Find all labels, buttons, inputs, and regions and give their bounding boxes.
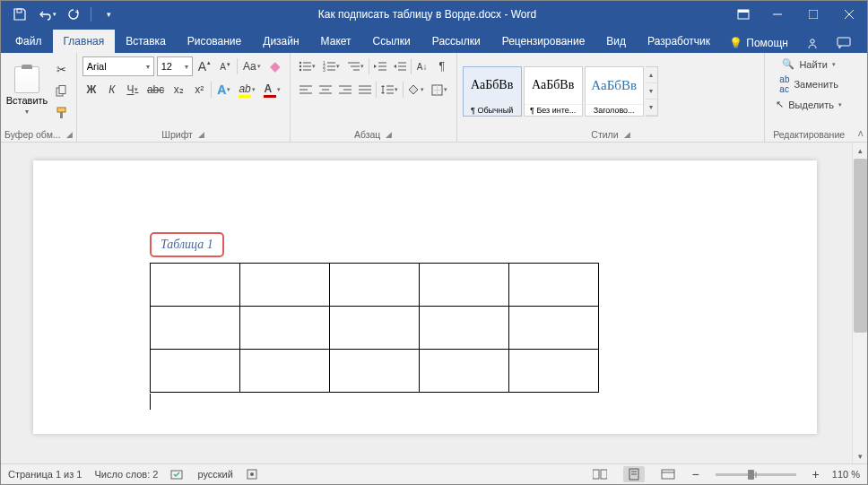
show-marks-button[interactable]: ¶ (433, 56, 451, 76)
print-layout-button[interactable] (623, 466, 645, 482)
comments-button[interactable] (831, 33, 856, 53)
line-spacing-button[interactable]: ▾ (378, 80, 401, 100)
spellcheck-button[interactable] (170, 468, 185, 481)
web-layout-button[interactable] (657, 466, 679, 482)
svg-point-55 (250, 472, 254, 476)
clipboard-dialog-launcher[interactable]: ◢ (66, 130, 73, 139)
collapse-ribbon-button[interactable]: ᐱ (858, 130, 863, 138)
clipboard-group-label: Буфер обм... (4, 129, 61, 140)
text-effects-button[interactable]: A▾ (214, 80, 233, 100)
bullets-button[interactable]: ▾ (296, 56, 318, 76)
document-table[interactable] (150, 263, 599, 393)
strikethrough-button[interactable]: abc (144, 80, 167, 100)
cut-button[interactable]: ✂ (51, 60, 71, 80)
tab-design[interactable]: Дизайн (252, 30, 309, 53)
styles-scroll-up[interactable]: ▴ (646, 67, 657, 83)
clear-formatting-button[interactable]: ◆ (266, 56, 284, 76)
svg-point-17 (299, 69, 300, 71)
styles-dialog-launcher[interactable]: ◢ (624, 130, 630, 139)
tab-insert[interactable]: Вставка (115, 30, 177, 53)
tell-me-button[interactable]: 💡Помощн (724, 33, 794, 53)
maximize-button[interactable] (795, 1, 831, 28)
read-mode-button[interactable] (589, 466, 611, 482)
scroll-up-button[interactable]: ▴ (853, 143, 867, 158)
share-button[interactable] (801, 33, 824, 53)
format-painter-button[interactable] (51, 103, 71, 123)
qat-customize-icon[interactable]: ▾ (97, 3, 120, 26)
table-row[interactable] (151, 307, 599, 350)
tab-mailings[interactable]: Рассылки (421, 30, 491, 53)
table-caption[interactable]: Таблица 1 (150, 232, 224, 257)
ribbon: Вставить ▾ ✂ Буфер обм...◢ Arial▾ 12▾ A▴… (1, 53, 867, 143)
select-label: Выделить (788, 100, 834, 110)
align-right-button[interactable] (336, 80, 354, 100)
italic-button[interactable]: К (103, 80, 121, 100)
find-button[interactable]: 🔍Найти▾ (778, 56, 838, 72)
tab-review[interactable]: Рецензирование (491, 30, 596, 53)
tab-developer[interactable]: Разработчик (637, 30, 721, 53)
table-row[interactable] (151, 264, 599, 307)
scroll-down-button[interactable]: ▾ (853, 448, 867, 463)
zoom-slider-thumb[interactable] (748, 470, 754, 480)
page[interactable]: Таблица 1 (33, 160, 817, 434)
style-no-spacing[interactable]: АаБбВв ¶ Без инте... (524, 66, 583, 117)
align-left-button[interactable] (297, 80, 315, 100)
tab-layout[interactable]: Макет (310, 30, 362, 53)
shading-button[interactable]: ▾ (405, 80, 427, 100)
replace-button[interactable]: abacЗаменить (776, 73, 842, 96)
redo-icon[interactable] (62, 3, 85, 26)
copy-button[interactable] (51, 82, 71, 101)
close-button[interactable] (831, 1, 867, 28)
style-heading1[interactable]: АаБбВв Заголово... (585, 66, 644, 117)
borders-button[interactable]: ▾ (429, 80, 450, 100)
bold-button[interactable]: Ж (82, 80, 100, 100)
decrease-indent-button[interactable] (371, 56, 389, 76)
styles-scroll-down[interactable]: ▾ (646, 83, 657, 100)
underline-button[interactable]: Ч▾ (124, 80, 142, 100)
font-size-value: 12 (161, 61, 172, 72)
page-scroll[interactable]: Таблица 1 (1, 143, 852, 463)
font-name-select[interactable]: Arial▾ (82, 56, 154, 76)
tab-draw[interactable]: Рисование (177, 30, 252, 53)
highlight-button[interactable]: ab▾ (236, 80, 258, 100)
increase-indent-button[interactable] (391, 56, 409, 76)
save-icon[interactable] (8, 3, 31, 26)
change-case-button[interactable]: Aa▾ (240, 56, 264, 76)
scroll-thumb[interactable] (854, 159, 867, 333)
sort-button[interactable]: A↓ (413, 56, 431, 76)
tab-references[interactable]: Ссылки (362, 30, 421, 53)
align-center-button[interactable] (317, 80, 334, 100)
subscript-button[interactable]: x₂ (169, 80, 187, 100)
paragraph-dialog-launcher[interactable]: ◢ (386, 130, 392, 139)
tab-view[interactable]: Вид (595, 30, 637, 53)
style-normal[interactable]: АаБбВв ¶ Обычный (463, 66, 522, 117)
font-color-button[interactable]: A▾ (261, 80, 283, 100)
undo-icon[interactable]: ▾ (35, 3, 58, 26)
vertical-scrollbar[interactable]: ▴ ▾ (852, 143, 867, 463)
svg-rect-4 (809, 10, 818, 19)
zoom-slider[interactable] (716, 473, 796, 476)
tab-home[interactable]: Главная (53, 30, 116, 53)
minimize-button[interactable] (760, 1, 795, 28)
zoom-out-button[interactable]: − (691, 467, 699, 481)
font-dialog-launcher[interactable]: ◢ (198, 130, 204, 139)
ribbon-display-options-icon[interactable] (727, 1, 760, 28)
tab-file[interactable]: Файл (4, 30, 53, 53)
page-indicator[interactable]: Страница 1 из 1 (8, 469, 82, 480)
multilevel-list-button[interactable]: ▾ (344, 56, 367, 76)
word-count[interactable]: Число слов: 2 (94, 469, 158, 480)
justify-button[interactable] (356, 80, 374, 100)
font-size-select[interactable]: 12▾ (157, 56, 193, 76)
numbering-button[interactable]: 123▾ (320, 56, 343, 76)
language-indicator[interactable]: русский (197, 469, 232, 480)
macro-button[interactable] (246, 468, 258, 481)
table-row[interactable] (151, 350, 599, 393)
shrink-font-button[interactable]: A▾ (216, 56, 234, 76)
select-button[interactable]: ↖Выделить▾ (772, 97, 846, 112)
styles-expand[interactable]: ▾ (646, 100, 657, 116)
zoom-in-button[interactable]: + (812, 467, 820, 481)
zoom-level[interactable]: 110 % (832, 469, 860, 480)
grow-font-button[interactable]: A▴ (195, 56, 213, 76)
superscript-button[interactable]: x² (190, 80, 208, 100)
paste-button[interactable]: Вставить ▾ (4, 58, 49, 125)
